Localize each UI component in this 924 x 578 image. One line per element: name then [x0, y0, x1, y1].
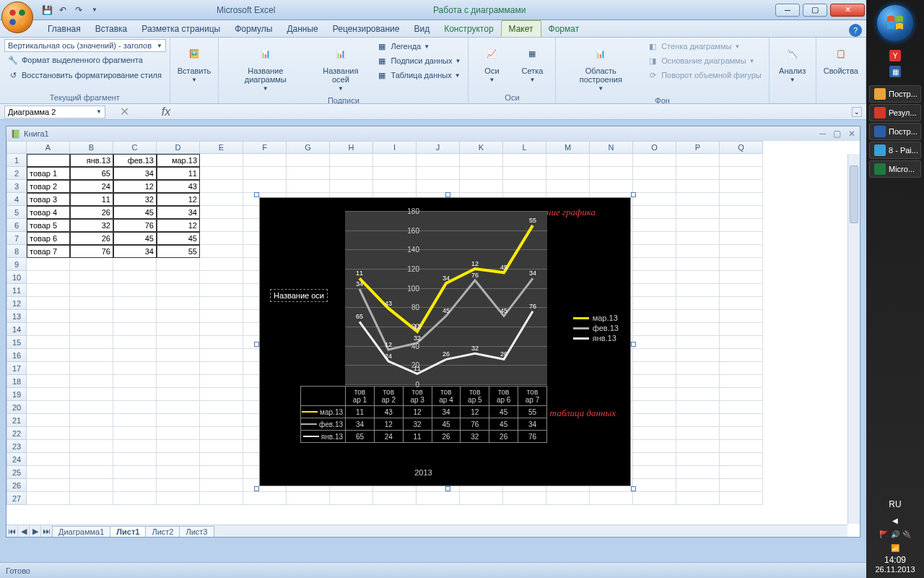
cell[interactable] — [27, 323, 70, 336]
tray-expand-icon[interactable]: ◀ — [886, 514, 904, 527]
cell[interactable] — [633, 375, 676, 388]
cell[interactable] — [720, 362, 763, 375]
cell[interactable] — [373, 180, 417, 193]
cell[interactable] — [460, 492, 503, 505]
column-header[interactable]: C — [113, 141, 157, 154]
cell[interactable] — [27, 440, 70, 453]
cell[interactable] — [200, 180, 243, 193]
cell[interactable] — [330, 167, 373, 180]
row-header[interactable]: 15 — [6, 336, 27, 349]
cell[interactable] — [720, 271, 763, 284]
save-icon[interactable]: 💾 — [40, 4, 53, 17]
cell[interactable] — [503, 154, 546, 167]
taskbar-pinned[interactable]: Y — [885, 48, 905, 64]
column-header[interactable]: N — [590, 141, 633, 154]
cell[interactable] — [113, 466, 157, 479]
row-header[interactable]: 23 — [6, 440, 27, 453]
cell[interactable] — [676, 479, 720, 492]
cell[interactable]: 26 — [70, 206, 113, 219]
cell[interactable]: 76 — [113, 219, 157, 232]
cell[interactable] — [113, 427, 157, 440]
cell[interactable] — [113, 388, 157, 401]
cell[interactable] — [417, 492, 460, 505]
row-header[interactable]: 11 — [6, 284, 27, 297]
redo-icon[interactable]: ↷ — [72, 4, 85, 17]
row-header[interactable]: 3 — [6, 180, 27, 193]
tab-design[interactable]: Конструктор — [437, 21, 500, 37]
spreadsheet-grid[interactable]: ABCDEFGHIJKLMNOPQ 1234567891011121314151… — [6, 141, 860, 537]
cell[interactable] — [720, 336, 763, 349]
cell[interactable] — [676, 427, 720, 440]
cell[interactable] — [720, 232, 763, 245]
cell[interactable] — [157, 440, 200, 453]
cell[interactable] — [27, 427, 70, 440]
cell[interactable]: 12 — [157, 219, 200, 232]
cell[interactable] — [720, 193, 763, 206]
help-button[interactable]: ? — [849, 24, 862, 37]
cell[interactable] — [200, 245, 243, 258]
cell[interactable] — [720, 479, 763, 492]
analysis-button[interactable]: 📉Анализ▼ — [774, 39, 811, 86]
legend-item[interactable]: фев.13 — [573, 324, 619, 332]
plot-area-button[interactable]: 📊Область построения▼ — [560, 39, 641, 95]
cell[interactable] — [70, 284, 113, 297]
cell[interactable] — [200, 323, 243, 336]
axis-titles-button[interactable]: 📊Названия осей▼ — [310, 39, 370, 95]
cell[interactable] — [676, 232, 720, 245]
cell[interactable] — [676, 310, 720, 323]
cell[interactable] — [633, 453, 676, 466]
row-header[interactable]: 13 — [6, 310, 27, 323]
cell[interactable] — [633, 284, 676, 297]
cell[interactable] — [70, 492, 113, 505]
cell[interactable] — [113, 297, 157, 310]
start-button[interactable] — [876, 4, 914, 42]
legend-item[interactable]: янв.13 — [573, 334, 619, 342]
cell[interactable]: товар 6 — [27, 232, 70, 245]
tab-layout[interactable]: Макет — [501, 20, 541, 37]
cell[interactable] — [633, 258, 676, 271]
cell[interactable] — [287, 492, 330, 505]
legend-item[interactable]: мар.13 — [573, 314, 619, 322]
cell[interactable] — [633, 310, 676, 323]
cell[interactable] — [676, 401, 720, 414]
row-header[interactable]: 19 — [6, 388, 27, 401]
cell[interactable] — [70, 427, 113, 440]
cell[interactable]: 11 — [157, 167, 200, 180]
cell[interactable] — [676, 284, 720, 297]
cell[interactable] — [27, 388, 70, 401]
cell[interactable] — [590, 492, 633, 505]
office-button[interactable] — [1, 1, 33, 33]
cell[interactable] — [27, 349, 70, 362]
column-header[interactable]: Q — [720, 141, 763, 154]
cell[interactable] — [113, 336, 157, 349]
row-header[interactable]: 26 — [6, 479, 27, 492]
cell[interactable]: 45 — [113, 206, 157, 219]
cell[interactable] — [676, 388, 720, 401]
vertical-scrollbar[interactable] — [847, 154, 860, 524]
cell[interactable] — [200, 414, 243, 427]
cell[interactable] — [676, 180, 720, 193]
cell[interactable]: товар 3 — [27, 193, 70, 206]
chart-element-selector[interactable]: Вертикальная ось (значений) - заголов▼ — [4, 39, 166, 52]
cell[interactable] — [113, 323, 157, 336]
column-header[interactable]: H — [330, 141, 373, 154]
row-header[interactable]: 7 — [6, 232, 27, 245]
cell[interactable] — [70, 466, 113, 479]
cell[interactable] — [70, 414, 113, 427]
cell[interactable] — [590, 154, 633, 167]
cell[interactable] — [287, 180, 330, 193]
cell[interactable] — [633, 232, 676, 245]
row-header[interactable]: 2 — [6, 167, 27, 180]
cell[interactable] — [200, 336, 243, 349]
cell[interactable]: 34 — [157, 206, 200, 219]
column-header[interactable]: O — [633, 141, 676, 154]
cell[interactable] — [113, 453, 157, 466]
cell[interactable] — [633, 427, 676, 440]
cell[interactable] — [633, 154, 676, 167]
maximize-button[interactable]: ▢ — [803, 4, 827, 17]
cell[interactable] — [200, 297, 243, 310]
cell[interactable] — [287, 167, 330, 180]
cell[interactable] — [200, 206, 243, 219]
cell[interactable] — [70, 362, 113, 375]
formula-expand-icon[interactable]: ⌄ — [852, 107, 862, 117]
